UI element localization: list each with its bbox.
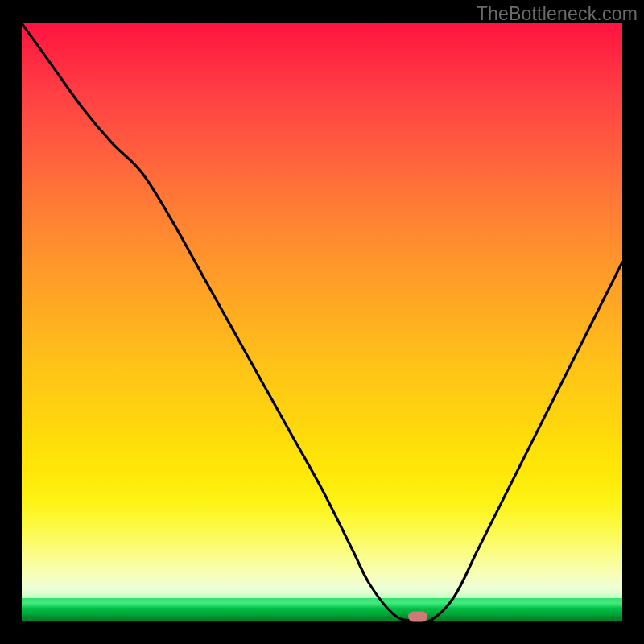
bottleneck-curve-path — [22, 23, 622, 621]
minimum-marker — [408, 612, 427, 622]
curve-svg — [22, 23, 622, 621]
watermark-text: TheBottleneck.com — [477, 3, 638, 25]
plot-area — [22, 23, 622, 621]
chart-container: TheBottleneck.com — [0, 0, 644, 644]
